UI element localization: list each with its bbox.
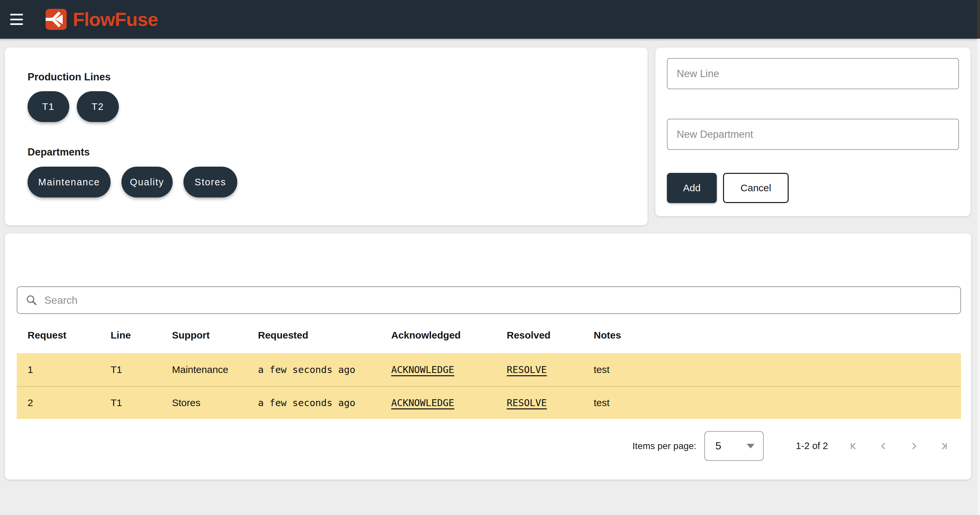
column-header-request: Request	[27, 330, 111, 341]
brand-logo: FlowFuse	[45, 0, 158, 39]
last-page-button[interactable]	[938, 440, 949, 452]
column-header-acknowledged: Acknowledged	[391, 330, 507, 341]
department-chip-quality[interactable]: Quality	[121, 167, 173, 197]
table-body: 1 T1 Maintenance a few seconds ago ACKNO…	[17, 353, 961, 419]
cancel-button[interactable]: Cancel	[723, 173, 789, 203]
column-header-resolved: Resolved	[507, 330, 594, 341]
table-row: 1 T1 Maintenance a few seconds ago ACKNO…	[17, 353, 961, 386]
acknowledge-link[interactable]: ACKNOWLEDGE	[391, 364, 454, 375]
table-header-row: Request Line Support Requested Acknowled…	[17, 317, 961, 353]
scrollbar-gutter[interactable]	[977, 39, 980, 515]
last-page-icon	[938, 440, 949, 452]
filters-card: Production Lines T1 T2 Departments Maint…	[5, 48, 648, 225]
resolve-link[interactable]: RESOLVE	[507, 364, 547, 375]
app-header: FlowFuse	[0, 0, 980, 39]
chevron-left-icon	[878, 440, 889, 452]
cell-request: 1	[27, 364, 111, 375]
column-header-line: Line	[111, 330, 172, 341]
cell-notes: test	[594, 397, 961, 409]
add-form-card: Add Cancel	[655, 48, 970, 216]
column-header-support: Support	[172, 330, 258, 341]
add-button[interactable]: Add	[667, 173, 717, 203]
cell-support: Stores	[172, 397, 258, 409]
first-page-button[interactable]	[848, 440, 859, 452]
page: FlowFuse Production Lines T1 T2 Departme…	[0, 0, 980, 515]
cell-requested: a few seconds ago	[258, 364, 391, 375]
table-row: 2 T1 Stores a few seconds ago ACKNOWLEDG…	[17, 386, 961, 419]
first-page-icon	[848, 440, 859, 452]
production-lines-title: Production Lines	[27, 70, 111, 84]
cell-requested: a few seconds ago	[258, 397, 391, 409]
page-range-label: 1-2 of 2	[796, 440, 828, 451]
new-department-input[interactable]	[667, 119, 959, 150]
search-icon	[26, 294, 37, 306]
production-lines-chips: T1 T2	[27, 91, 119, 122]
column-header-requested: Requested	[258, 330, 391, 341]
acknowledge-link[interactable]: ACKNOWLEDGE	[391, 397, 454, 409]
scrollbar-gutter-top	[977, 0, 980, 39]
department-chip-stores[interactable]: Stores	[183, 167, 237, 197]
column-header-notes: Notes	[594, 330, 961, 341]
menu-icon[interactable]	[10, 13, 24, 25]
departments-title: Departments	[27, 146, 90, 159]
search-input[interactable]	[44, 294, 952, 307]
department-chip-maintenance[interactable]: Maintenance	[27, 167, 111, 197]
resolve-link[interactable]: RESOLVE	[507, 397, 547, 409]
search-box[interactable]	[17, 286, 961, 314]
new-line-input[interactable]	[667, 58, 959, 89]
flowfuse-logo-icon	[45, 9, 67, 30]
items-per-page-value: 5	[716, 440, 721, 452]
line-chip-t2[interactable]: T2	[77, 91, 119, 122]
cell-request: 2	[27, 397, 111, 409]
caret-down-icon	[747, 444, 754, 448]
chevron-right-icon	[908, 440, 919, 452]
items-per-page-select[interactable]: 5	[704, 431, 764, 461]
cell-line: T1	[111, 364, 172, 375]
department-chips: Maintenance Quality Stores	[27, 167, 237, 197]
brand-name: FlowFuse	[73, 0, 158, 39]
items-per-page-label: Items per page:	[632, 441, 697, 451]
next-page-button[interactable]	[908, 440, 919, 452]
cell-line: T1	[111, 397, 172, 409]
pagination-bar: Items per page: 5 1-2 of 2	[17, 430, 961, 461]
form-actions: Add Cancel	[667, 173, 789, 203]
line-chip-t1[interactable]: T1	[27, 91, 69, 122]
cell-support: Maintenance	[172, 364, 258, 375]
previous-page-button[interactable]	[878, 440, 889, 452]
cell-notes: test	[594, 364, 961, 375]
requests-card: Request Line Support Requested Acknowled…	[5, 234, 971, 480]
